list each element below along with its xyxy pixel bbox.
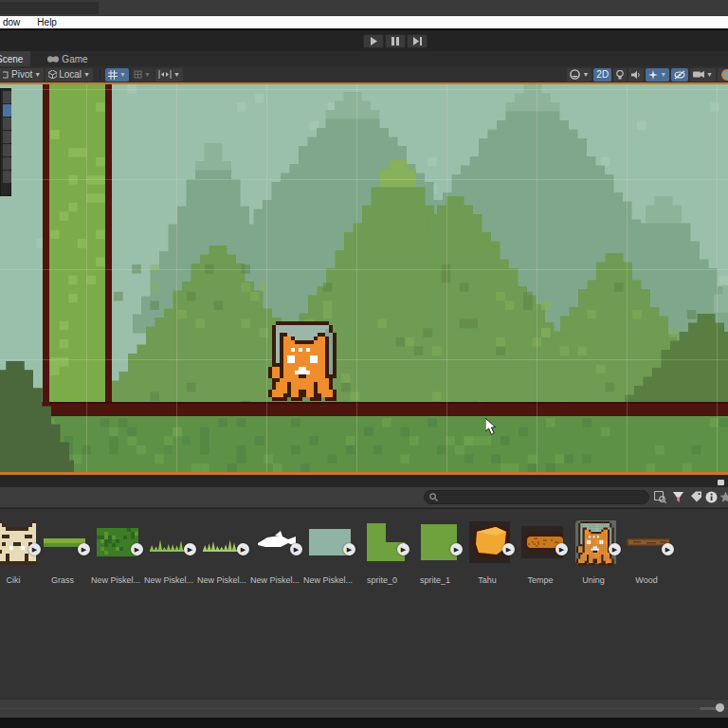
palette-tool-5[interactable]: [3, 144, 11, 156]
menu-item-help[interactable]: Help: [35, 17, 59, 27]
asset-thumbnail[interactable]: [40, 519, 85, 566]
status-bar-line: [0, 708, 728, 709]
shaded-sphere-icon: [570, 69, 580, 80]
search-by-label-icon[interactable]: [689, 490, 703, 504]
local-cube-icon: [48, 70, 57, 79]
favorites-star-icon[interactable]: [719, 490, 728, 504]
title-strip: [0, 0, 728, 16]
tofu-thumbnail: [464, 519, 510, 566]
scene-canvas: [0, 84, 728, 475]
shading-mode-button[interactable]: ▼: [567, 68, 592, 82]
grid-visual-button[interactable]: ▼: [131, 68, 154, 82]
asset-new-piskel-[interactable]: ▶New Piskel...: [89, 517, 142, 589]
palette-tool-6[interactable]: [3, 157, 11, 170]
grid-snap-button[interactable]: ▼: [105, 68, 129, 82]
tufts2-thumbnail: [199, 519, 245, 566]
bottom-edge: [0, 718, 728, 728]
step-button[interactable]: [407, 34, 428, 48]
moss-thumbnail: [93, 519, 138, 566]
search-icon: [429, 493, 438, 501]
asset-thumbnail[interactable]: [359, 519, 405, 566]
grass-thumbnail: [40, 519, 85, 566]
asset-sprite-0[interactable]: ▶sprite_0: [355, 517, 409, 589]
palette-tool-3[interactable]: [3, 118, 11, 130]
menu-item-window-partial[interactable]: dow: [1, 17, 22, 27]
asset-thumbnail[interactable]: [93, 519, 138, 566]
scene-view-toolbar: Pivot ▼ Local ▼ ▼ ▼ ▼ ▼ 2D: [0, 66, 728, 82]
asset-thumbnail[interactable]: [252, 519, 298, 566]
palette-tool-7[interactable]: [3, 171, 11, 183]
local-caret-icon: ▼: [83, 71, 90, 78]
shading-caret-icon: ▼: [582, 71, 589, 78]
asset-uning[interactable]: ▶Uning: [567, 517, 620, 589]
pivot-label: Pivot: [11, 69, 32, 80]
local-button[interactable]: Local ▼: [46, 68, 93, 82]
palette-tool-1[interactable]: [3, 91, 11, 103]
asset-thumbnail[interactable]: [464, 519, 510, 566]
snap-icon: [158, 70, 172, 79]
eye-slash-icon: [674, 70, 685, 80]
player-cat-sprite[interactable]: [268, 321, 337, 401]
sprite-expand-arrow[interactable]: ▶: [343, 543, 355, 555]
camera-icon: [693, 70, 704, 79]
fx-sparkle-icon: [648, 70, 658, 80]
asset-new-piskel-[interactable]: ▶New Piskel...: [142, 517, 195, 589]
pivot-icon: [3, 71, 9, 79]
scene-fx-button[interactable]: ▼: [646, 68, 669, 82]
hidden-objects-button[interactable]: [671, 68, 688, 82]
asset-thumbnail[interactable]: [412, 519, 458, 566]
filter-by-type-icon[interactable]: [671, 490, 685, 504]
pivot-button[interactable]: Pivot ▼: [0, 68, 44, 82]
scene-view[interactable]: [0, 82, 728, 475]
asset-thumbnail[interactable]: [199, 519, 245, 566]
palette-tool-2-selected[interactable]: [3, 104, 11, 117]
thumbnail-zoom-knob[interactable]: [716, 703, 724, 712]
asset-tempe[interactable]: ▶Tempe: [514, 517, 567, 589]
scene-camera-button[interactable]: ▼: [690, 68, 716, 82]
grid-ghost-caret-icon: ▼: [144, 71, 151, 78]
play-icon: [370, 37, 377, 46]
tab-scene[interactable]: Scene: [0, 51, 30, 66]
asset-new-piskel-[interactable]: ▶New Piskel...: [301, 517, 355, 589]
asset-grass[interactable]: ▶Grass: [36, 517, 89, 589]
2d-label: 2D: [596, 69, 609, 80]
tile-palette-toolbar: [0, 88, 11, 196]
fx-caret-icon: ▼: [660, 71, 666, 78]
search-field[interactable]: [424, 490, 649, 504]
grid-ghost-icon: [134, 70, 142, 79]
wood-thumbnail: [624, 519, 669, 566]
project-asset-grid: ▶Ciki▶Grass▶New Piskel...▶New Piskel...▶…: [0, 509, 728, 699]
asset-thumbnail[interactable]: [518, 519, 563, 566]
asset-thumbnail[interactable]: [571, 519, 616, 566]
panel-menu-icon[interactable]: [718, 480, 724, 485]
asset-new-piskel-[interactable]: ▶New Piskel...: [195, 517, 248, 589]
square-thumbnail: [412, 519, 458, 566]
asset-new-piskel-[interactable]: ▶New Piskel...: [248, 517, 301, 589]
asset-sprite-1[interactable]: ▶sprite_1: [409, 517, 462, 589]
grid-icon: [108, 70, 118, 80]
asset-wood[interactable]: ▶Wood: [620, 517, 673, 589]
scene-audio-button[interactable]: [628, 68, 644, 82]
speaker-icon: [631, 70, 641, 80]
pause-button[interactable]: [385, 34, 406, 48]
asset-tahu[interactable]: ▶Tahu: [461, 517, 514, 589]
asset-thumbnail[interactable]: [305, 519, 351, 566]
tab-game[interactable]: Game: [42, 51, 95, 66]
asset-thumbnail[interactable]: [0, 519, 36, 566]
project-toolbar: [0, 487, 728, 508]
info-icon[interactable]: [704, 490, 719, 504]
2d-toggle-button[interactable]: 2D: [593, 68, 611, 82]
sprite-expand-arrow[interactable]: ▶: [662, 543, 674, 555]
camera-caret-icon: ▼: [706, 71, 713, 78]
scene-lighting-button[interactable]: [613, 68, 627, 82]
asset-thumbnail[interactable]: [146, 519, 191, 566]
search-by-type-icon[interactable]: [653, 490, 667, 504]
search-input[interactable]: [442, 492, 644, 502]
asset-thumbnail[interactable]: [624, 519, 669, 566]
play-button[interactable]: [363, 34, 384, 48]
snap-increment-button[interactable]: ▼: [155, 68, 183, 82]
lshape-thumbnail: [359, 519, 405, 566]
gizmos-button[interactable]: [718, 68, 728, 82]
view-tab-bar: Scene Game: [0, 51, 728, 66]
palette-tool-4[interactable]: [3, 131, 11, 143]
